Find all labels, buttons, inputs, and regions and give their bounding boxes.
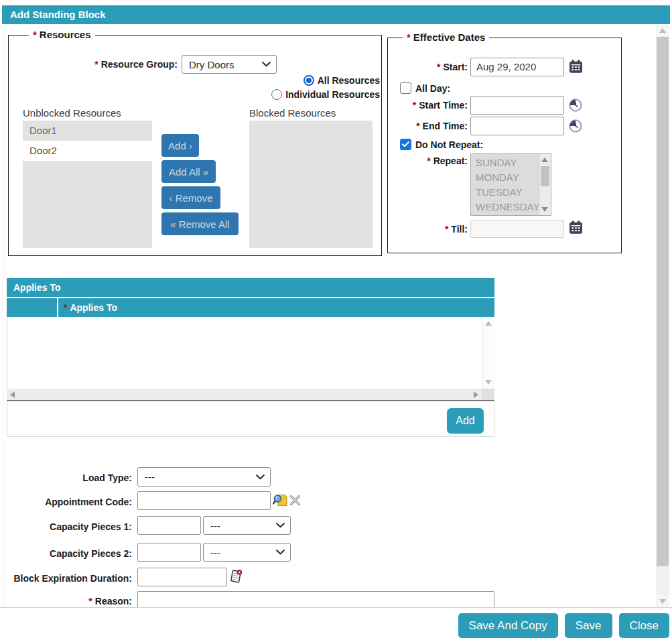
- start-label: *Start:: [387, 62, 468, 72]
- load-type-select[interactable]: ---: [137, 467, 271, 487]
- repeat-option: WEDNESDAY: [471, 200, 539, 214]
- till-calendar-icon[interactable]: [569, 220, 583, 235]
- till-input: [470, 220, 564, 238]
- required-asterisk: *: [33, 29, 37, 40]
- applies-to-selector-column-header: [7, 298, 58, 317]
- repeat-label: *Repeat:: [387, 155, 468, 166]
- page-scroll-up-button[interactable]: [656, 25, 669, 36]
- capacity-pieces-1-input[interactable]: [137, 516, 201, 535]
- resource-group-label: *Resource Group:: [60, 59, 178, 70]
- repeat-option: SUNDAY: [471, 155, 539, 170]
- applies-to-horizontal-scrollbar[interactable]: [7, 389, 482, 400]
- remove-button[interactable]: ‹ Remove: [161, 186, 220, 209]
- resource-group-select[interactable]: Dry Doors: [182, 55, 277, 74]
- scroll-up-icon[interactable]: [485, 321, 492, 326]
- scroll-left-icon[interactable]: [10, 391, 15, 398]
- effective-dates-legend: *Effective Dates: [403, 31, 489, 43]
- scroll-down-icon[interactable]: [541, 207, 548, 212]
- reason-label: *Reason:: [0, 596, 132, 607]
- chevron-down-icon: [276, 523, 285, 528]
- add-button[interactable]: Add ›: [161, 134, 199, 157]
- close-button[interactable]: Close: [619, 613, 669, 638]
- end-time-label: *End Time:: [387, 121, 468, 131]
- capacity-pieces-1-label: Capacity Pieces 1:: [0, 521, 132, 532]
- end-time-input[interactable]: [470, 117, 564, 135]
- unblocked-resource-item[interactable]: Door2: [23, 141, 152, 161]
- capacity-pieces-2-label: Capacity Pieces 2:: [0, 548, 132, 559]
- reason-input[interactable]: [137, 591, 494, 607]
- applies-to-header-bar: Applies To: [7, 278, 494, 297]
- capacity-pieces-2-input[interactable]: [137, 543, 201, 562]
- till-label: *Till:: [387, 224, 468, 235]
- applies-to-column-header: *Applies To: [58, 298, 494, 317]
- repeat-option: MONDAY: [471, 170, 539, 185]
- required-asterisk: *: [64, 302, 67, 313]
- scroll-up-icon[interactable]: [541, 157, 548, 162]
- applies-to-title: Applies To: [13, 282, 61, 293]
- blocked-resources-title: Blocked Resources: [249, 107, 336, 119]
- dialog-footer: Save And Copy Save Close: [0, 607, 672, 638]
- chevron-down-icon: [256, 474, 265, 480]
- repeat-scrollbar[interactable]: [539, 154, 551, 215]
- chevron-down-icon: [262, 62, 271, 67]
- add-standing-block-dialog: Add Standing Block *Resources *Resource …: [0, 0, 672, 638]
- required-asterisk: *: [407, 31, 411, 43]
- capacity-pieces-1-unit-select[interactable]: ---: [203, 516, 291, 535]
- repeat-option: TUESDAY: [471, 185, 539, 200]
- do-not-repeat-label: Do Not Repeat:: [415, 139, 483, 150]
- duration-icon[interactable]: [229, 569, 243, 583]
- start-time-clock-icon[interactable]: [569, 99, 582, 112]
- dialog-title-bar: Add Standing Block: [2, 5, 670, 24]
- applies-to-vertical-scrollbar[interactable]: [482, 317, 494, 389]
- all-resources-label: All Resources: [318, 75, 380, 86]
- chevron-down-icon: [276, 550, 285, 555]
- capacity-pieces-2-unit-value: ---: [210, 547, 220, 558]
- content-left-border: [3, 24, 3, 607]
- save-button[interactable]: Save: [565, 613, 612, 638]
- remove-all-button[interactable]: « Remove All: [161, 212, 239, 235]
- applies-to-add-button[interactable]: Add: [447, 408, 484, 434]
- add-all-button[interactable]: Add All »: [161, 160, 216, 183]
- scroll-right-icon[interactable]: [474, 391, 478, 398]
- all-resources-radio-row[interactable]: All Resources: [201, 75, 380, 86]
- appointment-code-label: Appointment Code:: [0, 497, 132, 507]
- scrollbar-corner: [482, 389, 494, 400]
- individual-resources-radio-row[interactable]: Individual Resources: [201, 89, 380, 100]
- do-not-repeat-checkbox[interactable]: [400, 139, 411, 150]
- check-icon: [402, 141, 409, 147]
- capacity-pieces-1-unit-value: ---: [210, 520, 220, 531]
- lookup-icon[interactable]: [273, 493, 287, 507]
- save-and-copy-button[interactable]: Save And Copy: [458, 613, 558, 638]
- block-expiration-duration-input[interactable]: [137, 568, 227, 586]
- block-expiration-duration-label: Block Expiration Duration:: [0, 573, 132, 584]
- required-asterisk: *: [94, 59, 98, 70]
- applies-to-footer: Add: [7, 401, 494, 437]
- page-scrollbar-thumb[interactable]: [657, 37, 669, 566]
- unblocked-resource-item[interactable]: Door1: [23, 121, 152, 141]
- start-date-input[interactable]: Aug 29, 2020: [470, 58, 564, 76]
- resources-legend: *Resources: [29, 29, 95, 40]
- start-date-value: Aug 29, 2020: [471, 58, 563, 75]
- end-time-clock-icon[interactable]: [569, 119, 582, 133]
- repeat-scrollbar-thumb[interactable]: [541, 166, 549, 186]
- applies-to-table-body[interactable]: [7, 317, 482, 389]
- page-scrollbar[interactable]: [656, 25, 669, 607]
- appointment-code-input[interactable]: [137, 491, 271, 510]
- load-type-label: Load Type:: [0, 472, 132, 483]
- start-calendar-icon[interactable]: [569, 60, 583, 74]
- scroll-down-icon[interactable]: [485, 380, 492, 385]
- all-resources-radio[interactable]: [304, 75, 314, 86]
- page-scroll-down-button[interactable]: [656, 595, 669, 607]
- start-time-input[interactable]: [470, 96, 564, 115]
- unblocked-resources-title: Unblocked Resources: [23, 107, 121, 119]
- load-type-value: ---: [145, 471, 155, 483]
- all-day-checkbox[interactable]: [400, 82, 411, 94]
- clear-icon[interactable]: [289, 495, 301, 506]
- individual-resources-radio[interactable]: [271, 89, 282, 100]
- start-time-label: *Start Time:: [387, 100, 468, 111]
- all-day-label: All Day:: [415, 83, 450, 94]
- individual-resources-label: Individual Resources: [285, 89, 380, 100]
- unblocked-resources-list[interactable]: Door1Door2: [23, 121, 152, 248]
- blocked-resources-list[interactable]: [249, 121, 373, 248]
- capacity-pieces-2-unit-select[interactable]: ---: [203, 543, 291, 562]
